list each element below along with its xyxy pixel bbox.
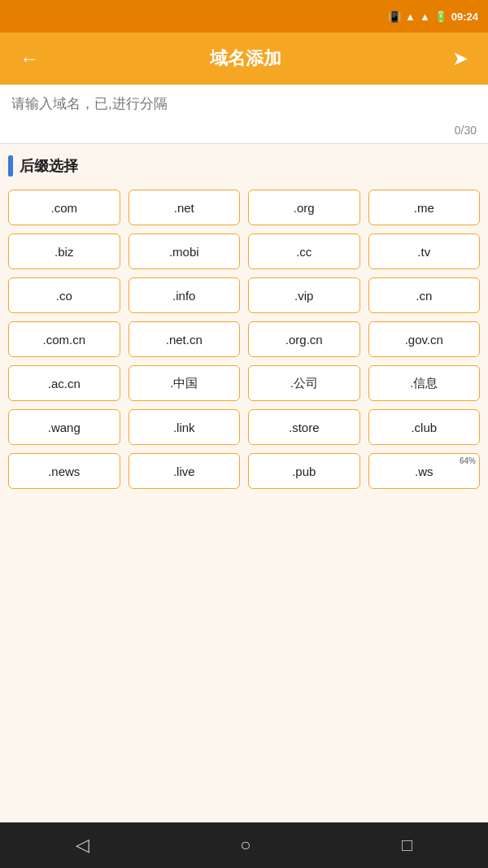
send-button[interactable]: ➤ xyxy=(446,44,475,73)
nav-recent-button[interactable]: □ xyxy=(386,828,429,862)
tld-button[interactable]: .com xyxy=(8,190,120,225)
tld-button[interactable]: .co xyxy=(8,277,120,313)
tld-button[interactable]: .org xyxy=(248,190,360,225)
tld-button[interactable]: .live xyxy=(129,453,241,489)
content-area: 后缀选择 .com.net.org.me.biz.mobi.cc.tv.co.i… xyxy=(0,144,488,822)
tld-button[interactable]: .ws64% xyxy=(368,453,481,489)
tld-button[interactable]: .mobi xyxy=(129,233,241,269)
tld-button[interactable]: .wang xyxy=(8,409,120,445)
time-display: 09:24 xyxy=(451,11,478,23)
battery-icon: 🔋 xyxy=(434,11,447,23)
section-header: 后缀选择 xyxy=(8,155,480,177)
tld-grid: .com.net.org.me.biz.mobi.cc.tv.co.info.v… xyxy=(8,190,480,489)
nav-home-button[interactable]: ○ xyxy=(224,828,267,862)
tld-button[interactable]: .cc xyxy=(248,233,360,269)
tld-badge: 64% xyxy=(460,456,476,465)
tld-button[interactable]: .ac.cn xyxy=(8,365,120,401)
tld-button[interactable]: .net xyxy=(129,190,241,225)
char-count: 0/30 xyxy=(11,120,477,143)
tld-button[interactable]: .biz xyxy=(8,233,120,269)
tld-button[interactable]: .gov.cn xyxy=(368,321,481,357)
tld-button[interactable]: .org.cn xyxy=(248,321,360,357)
status-icons: 📳 ▲ ▲ 🔋 09:24 xyxy=(388,11,478,23)
tld-button[interactable]: .com.cn xyxy=(8,321,120,357)
vibrate-icon: 📳 xyxy=(388,11,401,23)
tld-button[interactable]: .me xyxy=(368,190,481,225)
signal-icon: ▲ xyxy=(420,11,430,23)
status-bar: 📳 ▲ ▲ 🔋 09:24 xyxy=(0,0,488,33)
tld-button[interactable]: .中国 xyxy=(129,365,241,401)
tld-button[interactable]: .store xyxy=(248,409,360,445)
top-bar: ← 域名添加 ➤ xyxy=(0,33,488,85)
tld-button[interactable]: .cn xyxy=(368,277,481,313)
nav-back-button[interactable]: ◁ xyxy=(59,828,106,862)
tld-button[interactable]: .news xyxy=(8,453,120,489)
section-bar-icon xyxy=(8,155,13,177)
tld-button[interactable]: .pub xyxy=(248,453,360,489)
tld-button[interactable]: .公司 xyxy=(248,365,360,401)
section-title: 后缀选择 xyxy=(20,156,78,176)
input-area: 0/30 xyxy=(0,85,488,144)
tld-button[interactable]: .vip xyxy=(248,277,360,313)
bottom-nav: ◁ ○ □ xyxy=(0,822,488,868)
page-title: 域名添加 xyxy=(210,46,281,71)
tld-button[interactable]: .net.cn xyxy=(129,321,241,357)
wifi-icon: ▲ xyxy=(405,11,416,23)
tld-button[interactable]: .club xyxy=(368,409,481,445)
tld-button[interactable]: .link xyxy=(129,409,241,445)
tld-button[interactable]: .info xyxy=(129,277,241,313)
back-button[interactable]: ← xyxy=(13,44,46,73)
tld-button[interactable]: .信息 xyxy=(368,365,481,401)
tld-button[interactable]: .tv xyxy=(368,233,481,269)
domain-input[interactable] xyxy=(11,96,477,120)
